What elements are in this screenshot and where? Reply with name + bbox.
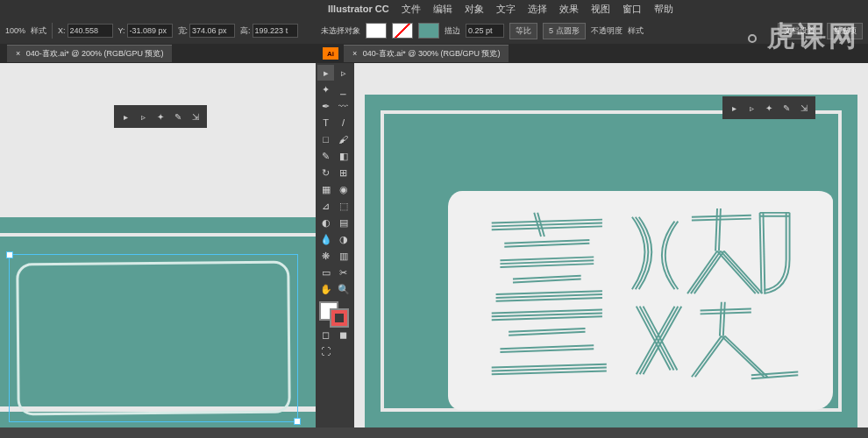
zoom-level[interactable]: 100% — [5, 26, 25, 35]
options-bar-right: 未选择对象 描边 等比 5 点圆形 不透明度 样式 文档设置 首选项 — [316, 18, 868, 44]
fill-swatch[interactable] — [366, 23, 387, 39]
pencil-tool[interactable]: ✎ — [317, 148, 334, 164]
canvas-right[interactable]: ▸ ▹ ✦ ✎ ⇲ — [354, 63, 868, 427]
document-tab-right[interactable]: × 040-喜欢.ai* @ 300% (RGB/GPU 预览) — [344, 45, 509, 62]
svg-line-11 — [513, 279, 581, 283]
svg-line-31 — [492, 368, 607, 371]
curvature-tool[interactable]: 〰 — [335, 98, 352, 114]
tab-bar-left: × 040-喜欢.ai* @ 200% (RGB/GPU 预览) — [0, 44, 316, 63]
h-input[interactable] — [253, 24, 298, 38]
color-swatch[interactable] — [418, 23, 439, 39]
fill-stroke-swatch[interactable] — [317, 301, 352, 326]
svg-line-7 — [500, 257, 594, 260]
menu-view[interactable]: 视图 — [591, 3, 610, 16]
svg-line-2 — [492, 226, 602, 230]
scrollbar-horizontal-right[interactable] — [316, 427, 868, 438]
w-input[interactable] — [189, 24, 235, 38]
eraser-tool[interactable]: ◧ — [335, 148, 352, 164]
svg-line-9 — [500, 264, 594, 267]
lasso-tool[interactable]: ⎯ — [335, 81, 352, 97]
menu-file[interactable]: 文件 — [402, 3, 421, 16]
svg-line-16 — [692, 219, 751, 221]
style-label-r: 样式 — [628, 25, 644, 37]
svg-line-8 — [500, 260, 594, 264]
select-icon[interactable]: ▸ — [726, 100, 742, 116]
type-tool[interactable]: T — [317, 115, 334, 131]
svg-line-33 — [701, 309, 751, 311]
sketched-rectangle-path[interactable] — [16, 261, 291, 416]
graph-tool[interactable]: ▥ — [335, 248, 352, 264]
doc-setup-button[interactable]: 文档设置 — [778, 23, 822, 39]
paintbrush-tool[interactable]: 🖌 — [335, 131, 352, 147]
draw-normal-icon[interactable]: ◻ — [317, 327, 334, 343]
document-tab-left[interactable]: × 040-喜欢.ai* @ 200% (RGB/GPU 预览) — [7, 45, 172, 62]
rectangle-tool[interactable]: □ — [317, 131, 334, 147]
prefs-button[interactable]: 首选项 — [827, 23, 863, 39]
stroke-color-icon[interactable] — [330, 308, 349, 328]
menu-effect[interactable]: 效果 — [559, 3, 579, 16]
shape-builder-tool[interactable]: ⊿ — [317, 198, 334, 214]
stroke-weight-input[interactable] — [466, 24, 504, 38]
direct-select-icon[interactable]: ▹ — [743, 100, 759, 116]
menu-help[interactable]: 帮助 — [654, 3, 673, 16]
stroke-swatch-none[interactable] — [392, 23, 413, 39]
artwork-band — [0, 217, 316, 233]
tab-label-r: 040-喜欢.ai* @ 300% (RGB/GPU 预览) — [363, 49, 501, 58]
handle-icon[interactable]: ⇲ — [796, 100, 812, 116]
mesh-tool[interactable]: ◐ — [317, 215, 334, 230]
eyedropper-tool[interactable]: 💧 — [317, 231, 334, 247]
handle-icon[interactable]: ⇲ — [188, 109, 203, 124]
menu-select[interactable]: 选择 — [528, 3, 547, 16]
magic-wand-tool[interactable]: ✦ — [317, 81, 334, 97]
menu-edit[interactable]: 编辑 — [433, 3, 452, 16]
pen-icon[interactable]: ✎ — [170, 109, 186, 124]
pen-icon[interactable]: ✎ — [779, 100, 794, 116]
gradient-tool[interactable]: ▤ — [335, 215, 352, 230]
pen-tool[interactable]: ✒ — [317, 98, 334, 114]
brush-preset-button[interactable]: 5 点圆形 — [543, 23, 586, 39]
screen-mode-icon[interactable]: ⛶ — [317, 343, 334, 359]
scale-tool[interactable]: ⊞ — [335, 165, 352, 180]
window-right: 未选择对象 描边 等比 5 点圆形 不透明度 样式 文档设置 首选项 Ai × … — [316, 18, 868, 438]
menu-window[interactable]: 窗口 — [623, 3, 642, 16]
menu-type[interactable]: 文字 — [496, 3, 516, 16]
scrollbar-horizontal[interactable] — [0, 427, 316, 438]
menu-object[interactable]: 对象 — [465, 3, 484, 16]
floating-toolbar-right[interactable]: ▸ ▹ ✦ ✎ ⇲ — [722, 96, 815, 119]
uniform-button[interactable]: 等比 — [509, 23, 537, 39]
opacity-label: 不透明度 — [591, 25, 623, 37]
y-input[interactable] — [127, 24, 173, 38]
svg-line-21 — [760, 213, 762, 293]
floating-toolbar-left[interactable]: ▸ ▹ ✦ ✎ ⇲ — [114, 105, 207, 128]
w-label: 宽: — [178, 25, 189, 37]
svg-line-27 — [509, 332, 585, 336]
zoom-tool[interactable]: 🔍 — [335, 281, 352, 297]
blend-tool[interactable]: ◑ — [335, 231, 352, 247]
menubar: Illustrator CC 文件 编辑 对象 文字 选择 效果 视图 窗口 帮… — [0, 0, 868, 18]
options-bar-left: 100% 样式 X: Y: 宽: 高: — [0, 18, 316, 44]
select-icon[interactable]: ▸ — [117, 109, 133, 124]
direct-selection-tool[interactable]: ▹ — [335, 65, 352, 81]
tools-panel: ▸ ▹ ✦ ⎯ ✒ 〰 T / □ 🖌 ✎ ◧ ↻ ⊞ ▦ ◉ ⊿ ⬚ ◐ ▤ … — [316, 63, 354, 438]
anchor-icon[interactable]: ✦ — [761, 100, 777, 116]
rotate-tool[interactable]: ↻ — [317, 165, 334, 180]
free-transform-tool[interactable]: ◉ — [335, 181, 352, 197]
x-input[interactable] — [68, 24, 113, 38]
anchor-icon[interactable]: ✦ — [153, 109, 168, 124]
selection-bounding-box[interactable] — [9, 254, 298, 422]
slice-tool[interactable]: ✂ — [335, 265, 352, 280]
width-tool[interactable]: ▦ — [317, 181, 334, 197]
perspective-tool[interactable]: ⬚ — [335, 198, 352, 214]
svg-line-22 — [763, 213, 765, 293]
close-icon[interactable]: × — [352, 49, 357, 58]
selection-tool[interactable]: ▸ — [317, 65, 334, 81]
symbol-sprayer-tool[interactable]: ❋ — [317, 248, 334, 264]
close-icon[interactable]: × — [16, 49, 20, 58]
hand-tool[interactable]: ✋ — [317, 281, 334, 297]
line-tool[interactable]: / — [335, 115, 352, 131]
artboard-tool[interactable]: ▭ — [317, 265, 334, 280]
draw-behind-icon[interactable]: ◼ — [335, 327, 352, 343]
direct-select-icon[interactable]: ▹ — [135, 109, 151, 124]
canvas-left[interactable]: ▸ ▹ ✦ ✎ ⇲ — [0, 63, 316, 427]
window-left: 100% 样式 X: Y: 宽: 高: × 040-喜欢.ai* @ 200% … — [0, 18, 316, 438]
